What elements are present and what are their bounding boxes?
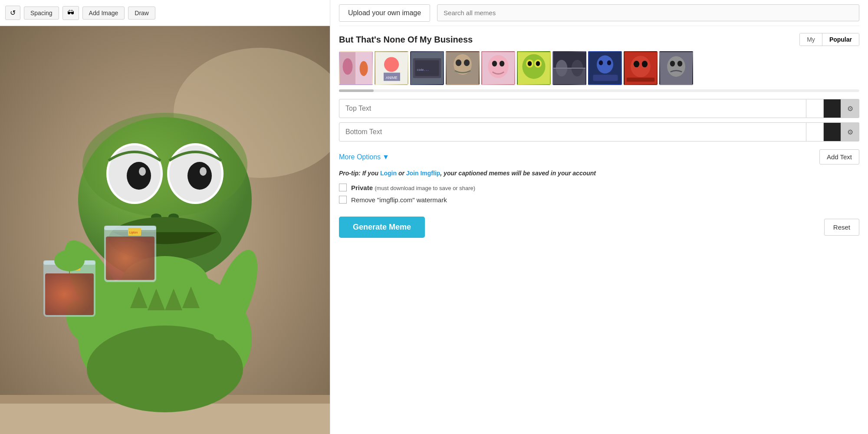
scroll-indicator-bar xyxy=(339,89,374,92)
login-link[interactable]: Login xyxy=(380,170,397,177)
svg-point-24 xyxy=(139,167,146,176)
add-text-button[interactable]: Add Text xyxy=(819,149,859,164)
watermark-row: Remove "imgflip.com" watermark xyxy=(339,196,859,204)
bottom-text-settings-button[interactable]: ⚙ xyxy=(841,122,859,141)
svg-rect-10 xyxy=(45,273,94,315)
meme-thumb-2[interactable]: ANIME xyxy=(375,51,408,85)
meme-thumb-1[interactable] xyxy=(339,51,373,85)
meme-thumb-5[interactable] xyxy=(481,51,515,85)
svg-point-73 xyxy=(599,60,603,65)
meme-thumb-4[interactable] xyxy=(446,51,480,85)
more-options-link[interactable]: More Options ▼ xyxy=(339,153,389,161)
svg-point-23 xyxy=(187,162,212,190)
svg-text:ANIME: ANIME xyxy=(386,76,398,80)
chevron-down-icon: ▼ xyxy=(382,153,389,161)
meme-thumb-6[interactable] xyxy=(517,51,551,85)
svg-rect-35 xyxy=(106,237,155,280)
svg-point-63 xyxy=(528,61,532,66)
bottom-actions: Generate Meme Reset xyxy=(339,217,859,238)
meme-title-row: But That's None Of My Business My Popula… xyxy=(339,33,859,46)
bottom-text-input[interactable] xyxy=(339,122,806,141)
upload-button[interactable]: Upload your own image xyxy=(339,4,430,22)
bottom-text-white-color[interactable] xyxy=(806,122,824,141)
glasses-button[interactable]: 🕶 xyxy=(62,6,79,20)
svg-point-53 xyxy=(456,59,461,66)
top-text-black-color[interactable] xyxy=(824,99,841,118)
right-panel: Upload your own image But That's None Of… xyxy=(330,0,868,434)
svg-point-82 xyxy=(670,61,675,66)
svg-rect-72 xyxy=(593,75,618,81)
more-options-label: More Options xyxy=(339,153,381,161)
tab-popular[interactable]: Popular xyxy=(822,33,859,46)
tab-group: My Popular xyxy=(799,33,859,46)
bottom-text-row: ⚙ xyxy=(339,122,859,141)
draw-button[interactable]: Draw xyxy=(128,7,155,20)
meme-thumbnails: ANIME code... xyxy=(339,51,859,85)
watermark-label: Remove "imgflip.com" watermark xyxy=(351,196,447,204)
top-text-white-color[interactable] xyxy=(806,99,824,118)
svg-point-41 xyxy=(343,58,353,75)
svg-point-54 xyxy=(464,59,470,66)
search-input[interactable] xyxy=(437,4,859,21)
pro-tip: Pro-tip: If you Login or Join Imgflip, y… xyxy=(339,170,859,177)
svg-point-83 xyxy=(677,61,682,66)
private-row: Private (must download image to save or … xyxy=(339,184,859,191)
toolbar: ↺ Spacing 🕶 Add Image Draw xyxy=(0,0,330,26)
private-checkbox[interactable] xyxy=(339,184,347,191)
rotate-button[interactable]: ↺ xyxy=(5,6,20,20)
svg-point-42 xyxy=(360,61,368,76)
generate-meme-button[interactable]: Generate Meme xyxy=(339,217,425,238)
pro-tip-or: or xyxy=(397,170,406,177)
svg-point-25 xyxy=(200,167,207,176)
watermark-checkbox[interactable] xyxy=(339,196,347,204)
svg-point-15 xyxy=(54,250,85,271)
top-text-row: ⚙ xyxy=(339,99,859,118)
reset-button[interactable]: Reset xyxy=(824,219,859,236)
scroll-indicator xyxy=(339,89,859,92)
meme-thumb-10[interactable] xyxy=(659,51,693,85)
bottom-text-black-color[interactable] xyxy=(824,122,841,141)
svg-point-76 xyxy=(631,56,651,77)
svg-text:code...: code... xyxy=(417,68,429,72)
top-text-settings-button[interactable]: ⚙ xyxy=(841,99,859,118)
svg-text:Lipton: Lipton xyxy=(129,231,138,234)
svg-point-22 xyxy=(127,162,151,190)
svg-rect-77 xyxy=(627,78,655,82)
meme-thumb-7[interactable] xyxy=(552,51,586,85)
meme-thumb-8[interactable] xyxy=(588,51,622,85)
pro-tip-rest: , your captioned memes will be saved in … xyxy=(440,170,596,177)
svg-point-17 xyxy=(82,113,247,217)
svg-point-71 xyxy=(597,56,613,74)
meme-canvas: Lipton xyxy=(0,26,330,434)
svg-point-57 xyxy=(492,61,497,66)
more-options-row: More Options ▼ Add Text xyxy=(339,149,859,164)
meme-thumb-3[interactable]: code... xyxy=(410,51,444,85)
svg-point-79 xyxy=(642,61,648,67)
svg-point-81 xyxy=(667,56,685,76)
top-text-input[interactable] xyxy=(339,99,806,118)
left-panel: ↺ Spacing 🕶 Add Image Draw xyxy=(0,0,330,434)
meme-title: But That's None Of My Business xyxy=(339,35,473,45)
svg-point-44 xyxy=(384,57,399,72)
spacing-button[interactable]: Spacing xyxy=(24,7,59,20)
top-actions: Upload your own image xyxy=(339,0,859,26)
pro-tip-prefix: Pro-tip: If you xyxy=(339,170,380,177)
svg-point-74 xyxy=(607,60,611,65)
meme-thumb-9[interactable] xyxy=(624,51,658,85)
join-link[interactable]: Join Imgflip xyxy=(406,170,441,177)
svg-point-58 xyxy=(500,61,504,66)
private-label: Private (must download image to save or … xyxy=(351,184,475,191)
svg-point-60 xyxy=(522,54,545,79)
tab-my[interactable]: My xyxy=(800,33,822,46)
svg-point-64 xyxy=(536,61,540,66)
add-image-button[interactable]: Add Image xyxy=(82,7,125,20)
svg-point-56 xyxy=(488,55,508,78)
svg-point-78 xyxy=(634,61,639,67)
